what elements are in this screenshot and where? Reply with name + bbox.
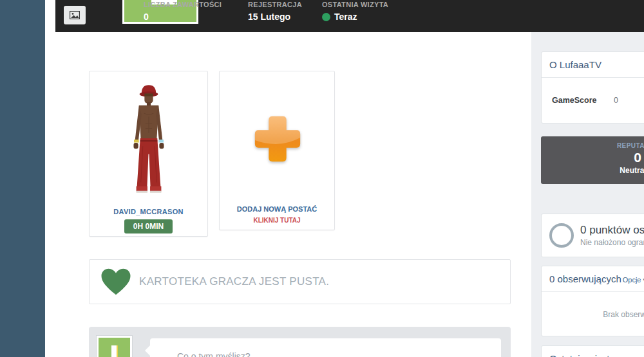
status-author-avatar[interactable] — [97, 336, 132, 357]
online-dot — [322, 13, 330, 21]
avatar-graphic — [111, 345, 117, 357]
profile-header-bar: LICZBA ZAWARTOŚCI 0 REJESTRACJA 15 Luteg… — [55, 0, 644, 32]
warning-points-card: 0 punktów ostrzeżeń Nie nałożono ogranic… — [541, 214, 644, 257]
followers-title: 0 obserwujących — [549, 273, 621, 284]
stat-value: Teraz — [334, 12, 357, 22]
gamescore-label: GameScore — [552, 96, 596, 105]
record-empty-message: KARTOTEKA GRACZA JEST PUSTA. — [139, 275, 329, 288]
stat-content-count: LICZBA ZAWARTOŚCI 0 — [144, 1, 222, 22]
followers-card: 0 obserwującychOpcje ▾ Brak obserwującyc… — [541, 266, 644, 336]
playtime-badge: 0H 0MIN — [124, 219, 173, 233]
about-title: O LufaaaTV — [549, 59, 601, 70]
stat-last-visit: OSTATNIA WIZYTA Teraz — [322, 1, 388, 22]
avatar-graphic-accent — [117, 345, 118, 357]
reputation-value: 0 — [541, 149, 644, 166]
heart-icon — [100, 268, 131, 296]
status-placeholder: Co o tym myślisz? — [150, 338, 501, 357]
about-card: O LufaaaTV GameScore 0 — [541, 51, 644, 124]
stat-value: 15 Lutego — [248, 12, 302, 22]
followers-options-dropdown[interactable]: Opcje ▾ — [623, 276, 644, 284]
character-skin-image — [119, 80, 178, 200]
change-photo-button[interactable] — [64, 6, 86, 24]
warning-points-subtitle: Nie nałożono ograniczeń — [580, 238, 644, 247]
warning-circle-icon — [549, 223, 574, 248]
speech-arrow — [145, 345, 151, 356]
player-record-card: KARTOTEKA GRACZA JEST PUSTA. — [89, 259, 511, 304]
reputation-status: Neutralna — [541, 166, 644, 175]
character-card[interactable]: DAVID_MCCRASON 0H 0MIN — [89, 71, 208, 237]
stat-label: OSTATNIA WIZYTA — [322, 1, 388, 8]
stat-label: REJESTRACJA — [248, 1, 302, 8]
plus-icon — [251, 113, 304, 165]
followers-empty-text: Brak obserwujących — [542, 310, 644, 319]
stat-label: LICZBA ZAWARTOŚCI — [144, 1, 222, 8]
stat-value: 0 — [144, 12, 222, 22]
last-visits-title: Ostatnie wizyty — [549, 353, 614, 357]
add-character-title: DODAJ NOWĄ POSTAĆ — [220, 205, 334, 213]
character-name[interactable]: DAVID_MCCRASON — [90, 208, 207, 215]
reputation-label: REPUTACJA — [541, 142, 644, 149]
left-nav-rail — [0, 0, 45, 357]
status-section: Co o tym myślisz? — [89, 327, 511, 357]
reputation-box: REPUTACJA 0 Neutralna — [541, 136, 644, 184]
gamescore-value: 0 — [614, 96, 618, 105]
warning-points-title: 0 punktów ostrzeżeń — [580, 224, 644, 237]
add-character-card[interactable]: DODAJ NOWĄ POSTAĆ KLIKNIJ TUTAJ — [219, 71, 335, 230]
stat-registration: REJESTRACJA 15 Lutego — [248, 1, 302, 22]
status-composer-input[interactable]: Co o tym myślisz? — [150, 338, 501, 357]
last-visits-card: Ostatnie wizyty — [541, 345, 644, 357]
photo-icon — [70, 11, 80, 19]
add-character-subtitle: KLIKNIJ TUTAJ — [220, 217, 334, 224]
